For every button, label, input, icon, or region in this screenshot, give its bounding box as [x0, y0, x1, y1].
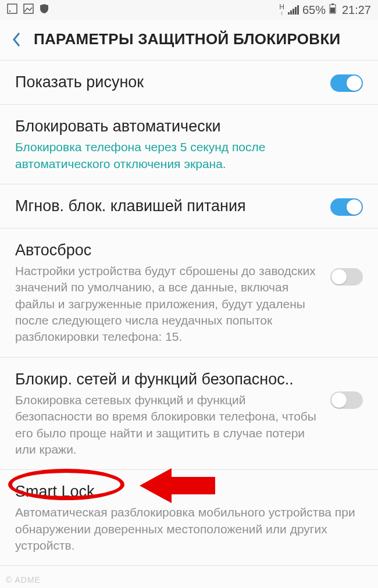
row-desc: Автоматическая разблокировка мобильного … [15, 504, 363, 554]
row-body: Блокир. сетей и функций безопаснос.. Бло… [15, 369, 320, 458]
row-title: Smart Lock [15, 482, 363, 502]
row-smart-lock[interactable]: Smart Lock Автоматическая разблокировка … [0, 470, 378, 565]
row-show-pattern[interactable]: Показать рисунок [0, 60, 378, 104]
row-desc: Настройки устройства будут сброшены до з… [15, 263, 320, 345]
toggle-instant-lock[interactable] [330, 198, 363, 216]
back-button[interactable] [12, 31, 21, 48]
toggle-show-pattern[interactable] [330, 74, 363, 92]
row-body: Автосброс Настройки устройства будут сбр… [15, 240, 320, 345]
row-title: Автосброс [15, 240, 320, 261]
signal-icon [288, 5, 299, 15]
row-title: Показать рисунок [15, 72, 320, 92]
row-body: Показать рисунок [15, 72, 320, 92]
svg-rect-0 [8, 4, 17, 13]
row-auto-lock[interactable]: Блокировать автоматически Блокировка тел… [0, 105, 378, 184]
clock: 21:27 [342, 3, 371, 17]
row-desc: Блокировка сетевых функций и функций без… [15, 392, 320, 458]
status-right: H ↕ 65% 21:27 [279, 3, 371, 17]
row-title: Блокир. сетей и функций безопаснос.. [15, 369, 320, 390]
row-title: Мгнов. блок. клавишей питания [15, 196, 320, 216]
divider [0, 565, 378, 566]
battery-icon [329, 3, 336, 17]
row-body: Smart Lock Автоматическая разблокировка … [15, 482, 363, 554]
row-auto-reset[interactable]: Автосброс Настройки устройства будут сбр… [0, 229, 378, 357]
image-icon [23, 3, 34, 17]
header: ПАРАМЕТРЫ ЗАЩИТНОЙ БЛОКИРОВКИ [0, 20, 378, 60]
network-type: H ↕ [279, 3, 284, 16]
notif-icon [7, 3, 17, 17]
toggle-net-lock[interactable] [330, 391, 363, 409]
svg-point-1 [9, 10, 10, 11]
status-left [7, 3, 49, 17]
settings-list: Показать рисунок Блокировать автоматичес… [0, 60, 378, 566]
battery-pct: 65% [302, 3, 326, 17]
toggle-auto-reset[interactable] [330, 268, 363, 286]
shield-icon [40, 3, 49, 17]
page-title: ПАРАМЕТРЫ ЗАЩИТНОЙ БЛОКИРОВКИ [34, 30, 341, 48]
row-body: Мгнов. блок. клавишей питания [15, 196, 320, 216]
status-bar: H ↕ 65% 21:27 [0, 0, 378, 20]
row-desc: Блокировка телефона через 5 секунд после… [15, 139, 363, 172]
row-body: Блокировать автоматически Блокировка тел… [15, 116, 363, 172]
watermark: © ADME [6, 575, 41, 585]
svg-rect-5 [330, 8, 335, 13]
row-title: Блокировать автоматически [15, 116, 363, 137]
row-instant-lock[interactable]: Мгнов. блок. клавишей питания [0, 184, 378, 228]
row-net-lock[interactable]: Блокир. сетей и функций безопаснос.. Бло… [0, 358, 378, 469]
